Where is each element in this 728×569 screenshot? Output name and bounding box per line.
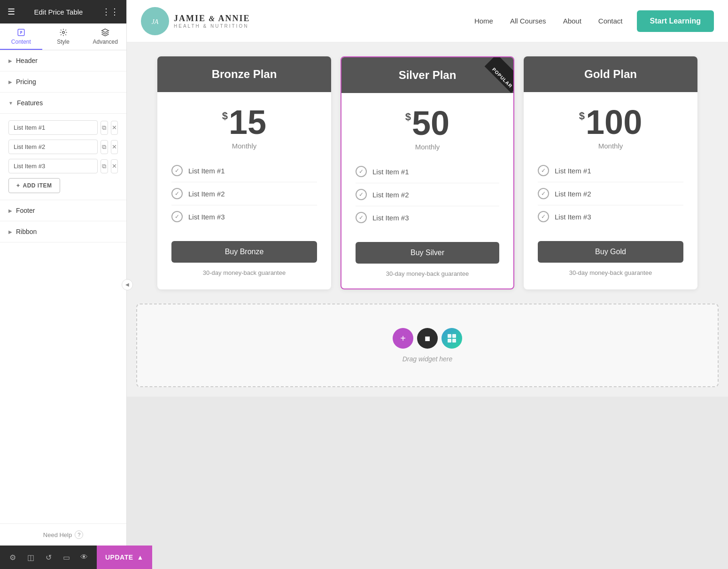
plan-card-gold: Gold Plan $ 100 Monthly ✓ List Item #1 ✓… (524, 56, 697, 289)
buy-silver-button[interactable]: Buy Silver (356, 242, 499, 264)
help-label: Need Help (43, 531, 72, 538)
section-header-header[interactable]: ▶ Header (0, 50, 126, 71)
nav-links: Home All Courses About Contact (474, 17, 623, 25)
plan-footer-silver: Buy Silver 30-day money-back guarantee (341, 234, 513, 288)
panel-topbar: ☰ Edit Price Table ⋮⋮ (0, 0, 126, 23)
widget-black-icon[interactable]: ■ (417, 328, 438, 349)
feature-label: List Item #1 (555, 167, 591, 175)
preview-icon-button[interactable]: 👁 (76, 549, 92, 565)
price-number-bronze: 15 (229, 105, 266, 139)
responsive-icon-button[interactable]: ▭ (58, 549, 74, 565)
nav-link-home[interactable]: Home (474, 17, 493, 25)
chevron-down-icon: ▼ (8, 101, 13, 106)
plan-card-silver: Silver Plan POPULAR $ 50 Monthly ✓ List … (341, 56, 514, 289)
plan-feature: ✓ List Item #2 (538, 182, 683, 205)
feature-input-2[interactable] (8, 140, 98, 154)
plan-feature: ✓ List Item #3 (171, 205, 317, 228)
feature-item-2: ⧉ ✕ (8, 140, 118, 154)
plan-card-bronze: Bronze Plan $ 15 Monthly ✓ List Item #1 … (157, 56, 331, 289)
price-period-gold: Monthly (533, 142, 688, 150)
drag-hint: Drag widget here (403, 355, 453, 363)
remove-item-3-button[interactable]: ✕ (111, 159, 118, 173)
plan-price-silver: $ 50 Monthly (341, 93, 513, 156)
feature-item-3: ⧉ ✕ (8, 159, 118, 173)
duplicate-item-1-button[interactable]: ⧉ (101, 121, 108, 135)
tab-style[interactable]: Style (42, 23, 85, 50)
guarantee-bronze: 30-day money-back guarantee (203, 269, 286, 276)
duplicate-item-2-button[interactable]: ⧉ (101, 140, 108, 154)
panel-title: Edit Price Table (34, 8, 83, 16)
price-number-silver: 50 (412, 106, 449, 140)
section-pricing-label: Pricing (16, 78, 36, 86)
remove-item-1-button[interactable]: ✕ (111, 121, 118, 135)
feature-item-1: ⧉ ✕ (8, 120, 118, 135)
check-icon: ✓ (171, 165, 183, 176)
chevron-right-icon: ▶ (8, 208, 12, 213)
plan-features-bronze: ✓ List Item #1 ✓ List Item #2 ✓ List Ite… (157, 155, 331, 233)
price-dollar-silver: $ (405, 111, 411, 123)
add-widget-icon[interactable]: + (393, 328, 413, 349)
plan-price-bronze: $ 15 Monthly (157, 92, 331, 155)
tab-advanced[interactable]: Advanced (84, 23, 126, 50)
widget-icons: + ■ (393, 328, 462, 349)
check-icon: ✓ (538, 165, 549, 176)
logo-text: JAMIE & ANNIE HEALTH & NUTRITION (174, 14, 250, 29)
pricing-section: Bronze Plan $ 15 Monthly ✓ List Item #1 … (127, 42, 728, 304)
nav-cta-button[interactable]: Start Learning (637, 10, 714, 32)
buy-gold-button[interactable]: Buy Gold (538, 241, 683, 263)
price-period-bronze: Monthly (167, 142, 322, 150)
buy-bronze-button[interactable]: Buy Bronze (171, 241, 317, 263)
plan-feature: ✓ List Item #1 (171, 159, 317, 182)
remove-item-2-button[interactable]: ✕ (111, 140, 118, 154)
plan-feature: ✓ List Item #2 (356, 183, 499, 206)
price-dollar-gold: $ (579, 110, 585, 122)
collapse-handle[interactable]: ◀ (122, 279, 133, 290)
svg-text:JA: JA (152, 18, 159, 25)
section-header-ribbon[interactable]: ▶ Ribbon (0, 221, 126, 242)
plan-footer-gold: Buy Gold 30-day money-back guarantee (524, 233, 697, 288)
hamburger-icon[interactable]: ☰ (8, 7, 15, 17)
plan-name-gold: Gold Plan (584, 68, 637, 80)
panel-bottombar: ⚙ ◫ ↺ ▭ 👁 UPDATE ▲ (0, 546, 126, 569)
feature-input-3[interactable] (8, 159, 98, 173)
nav-link-contact[interactable]: Contact (598, 17, 623, 25)
help-icon[interactable]: ? (75, 530, 83, 539)
plan-header-gold: Gold Plan (524, 56, 697, 92)
feature-label: List Item #3 (372, 214, 409, 222)
panel-tabs: Content Style Advanced (0, 23, 126, 50)
section-header-pricing[interactable]: ▶ Pricing (0, 71, 126, 93)
feature-input-1[interactable] (8, 120, 98, 135)
duplicate-item-3-button[interactable]: ⧉ (101, 159, 108, 173)
widget-teal-icon[interactable] (441, 328, 462, 349)
tab-content[interactable]: Content (0, 23, 42, 50)
plan-feature: ✓ List Item #3 (538, 205, 683, 228)
grid-icon[interactable]: ⋮⋮ (102, 7, 119, 17)
section-features-label: Features (17, 99, 43, 107)
chevron-right-icon: ▶ (8, 79, 12, 85)
check-icon: ✓ (356, 212, 367, 223)
plan-price-gold: $ 100 Monthly (524, 92, 697, 155)
tab-content-label: Content (11, 39, 31, 45)
layers-icon-button[interactable]: ◫ (23, 549, 39, 565)
features-content: ⧉ ✕ ⧉ ✕ ⧉ ✕ + ADD ITEM (0, 114, 126, 200)
plan-feature: ✓ List Item #2 (171, 182, 317, 205)
panel-help: Need Help ? (0, 523, 126, 546)
update-button[interactable]: UPDATE ▲ (97, 546, 152, 569)
logo-sub: HEALTH & NUTRITION (174, 23, 250, 29)
check-icon: ✓ (356, 189, 367, 200)
feature-label: List Item #2 (372, 191, 409, 199)
add-item-button[interactable]: + ADD ITEM (8, 178, 60, 193)
price-number-gold: 100 (586, 105, 642, 139)
settings-icon-button[interactable]: ⚙ (5, 549, 21, 565)
nav-link-about[interactable]: About (563, 17, 581, 25)
history-icon-button[interactable]: ↺ (40, 549, 56, 565)
plan-feature: ✓ List Item #1 (538, 159, 683, 182)
svg-point-4 (62, 31, 64, 34)
section-header-footer[interactable]: ▶ Footer (0, 200, 126, 221)
plan-name-silver: Silver Plan (399, 69, 457, 81)
section-header-features[interactable]: ▼ Features (0, 93, 126, 114)
drag-widget-section[interactable]: + ■ Drag widget here (136, 304, 719, 387)
feature-label: List Item #3 (555, 213, 591, 221)
svg-rect-6 (448, 334, 451, 338)
nav-link-courses[interactable]: All Courses (510, 17, 546, 25)
